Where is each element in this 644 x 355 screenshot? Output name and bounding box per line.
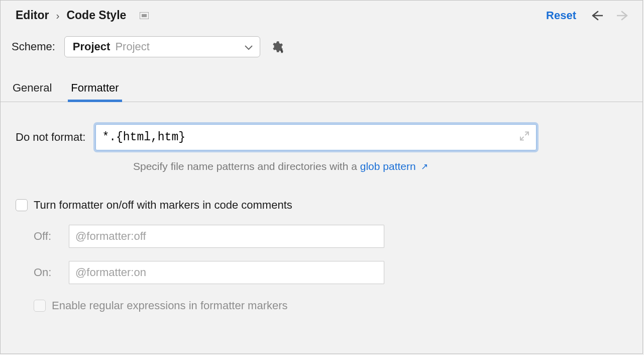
regex-checkbox (34, 300, 46, 312)
markers-subgroup: Off: On: Enable regular expressions in f… (34, 225, 627, 312)
tab-formatter[interactable]: Formatter (71, 81, 119, 102)
scheme-row: Scheme: Project Project (1, 28, 642, 57)
hint-text: Specify file name patterns and directori… (133, 160, 360, 172)
scheme-selected-value: Project (73, 40, 111, 53)
reset-button[interactable]: Reset (546, 9, 576, 22)
do-not-format-row: Do not format: (16, 124, 627, 150)
header-actions: Reset (546, 9, 630, 22)
nav-forward-icon (616, 10, 630, 22)
breadcrumb-current: Code Style (66, 9, 126, 22)
external-link-icon: ↗ (421, 161, 428, 172)
off-marker-row: Off: (34, 225, 627, 248)
on-marker-label: On: (34, 266, 69, 279)
regex-checkbox-label: Enable regular expressions in formatter … (52, 299, 288, 312)
breadcrumb-parent[interactable]: Editor (16, 9, 49, 22)
expand-field-icon[interactable] (519, 131, 529, 144)
settings-panel: Editor › Code Style Reset (0, 0, 643, 354)
chevron-down-icon (245, 41, 253, 53)
panel-header: Editor › Code Style Reset (1, 1, 642, 28)
markers-checkbox[interactable] (16, 199, 28, 211)
scheme-secondary-value: Project (115, 40, 244, 53)
tab-bar: General Formatter (1, 57, 642, 102)
on-marker-input (69, 261, 384, 284)
glob-pattern-link[interactable]: glob pattern (360, 160, 416, 172)
tab-content: Do not format: Specify file name pattern… (1, 102, 642, 322)
nav-back-icon[interactable] (589, 10, 603, 22)
do-not-format-input[interactable] (95, 124, 536, 150)
breadcrumb: Editor › Code Style (16, 9, 149, 22)
svg-rect-1 (142, 14, 147, 17)
tab-general[interactable]: General (13, 81, 52, 102)
on-marker-row: On: (34, 261, 627, 284)
gear-icon[interactable] (269, 39, 284, 54)
do-not-format-input-wrap (95, 124, 536, 150)
off-marker-label: Off: (34, 230, 69, 243)
collapse-icon[interactable] (139, 12, 149, 20)
scheme-label: Scheme: (12, 40, 55, 53)
off-marker-input (69, 225, 384, 248)
scheme-dropdown[interactable]: Project Project (64, 36, 260, 57)
markers-checkbox-label[interactable]: Turn formatter on/off with markers in co… (34, 199, 292, 212)
regex-checkbox-row: Enable regular expressions in formatter … (34, 299, 627, 312)
do-not-format-hint: Specify file name patterns and directori… (133, 160, 627, 172)
markers-checkbox-row: Turn formatter on/off with markers in co… (16, 199, 627, 212)
do-not-format-label: Do not format: (16, 131, 85, 144)
breadcrumb-separator: › (56, 10, 59, 22)
